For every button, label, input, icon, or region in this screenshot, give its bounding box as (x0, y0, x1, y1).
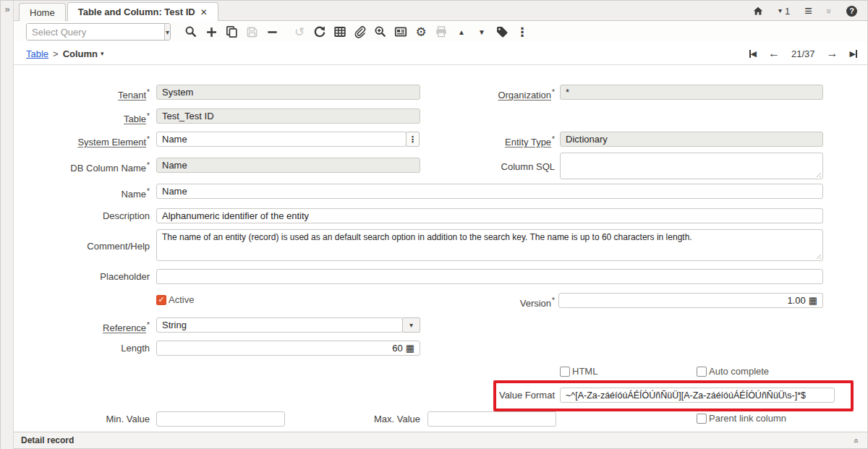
caret-down-icon: ▾ (409, 321, 413, 329)
html-checkbox[interactable]: ✓ HTML (560, 366, 597, 377)
breadcrumb-row: Table > Column ▾ ◀ ← 21/37 → ▶ (14, 43, 867, 65)
collapse-header-button[interactable]: » (827, 6, 832, 17)
max-value-field[interactable] (427, 411, 556, 427)
window-list-dropdown[interactable]: ▾ 1 (778, 6, 790, 17)
resize-handle-icon[interactable] (814, 252, 821, 259)
parent-record-button[interactable]: ▲ (451, 22, 472, 41)
name-field[interactable]: Name (156, 184, 823, 199)
column-sql-label: Column SQL (419, 161, 555, 173)
kebab-icon: ⋮ (516, 25, 529, 40)
organization-field[interactable]: * (560, 85, 823, 100)
breadcrumb-table-link[interactable]: Table (26, 48, 48, 59)
find-record-button[interactable] (181, 22, 201, 41)
attachment-button[interactable] (350, 22, 370, 41)
calculator-icon[interactable]: ▦ (406, 343, 414, 353)
expand-sidebar-icon[interactable]: » (2, 4, 12, 15)
html-checkbox-label: HTML (572, 366, 597, 377)
table-field[interactable]: Test_Test ID (156, 108, 420, 124)
arrow-right-icon: → (827, 47, 838, 60)
name-label: Name* (14, 186, 150, 200)
detail-record-bar[interactable]: Detail record » (14, 432, 867, 448)
help-button[interactable]: ? (846, 6, 857, 17)
length-field[interactable]: 60▦ (156, 341, 420, 356)
table-label: Table* (14, 111, 150, 125)
gear-icon: ⚙ (415, 25, 426, 40)
collapse-detail-button[interactable]: » (854, 434, 859, 447)
system-element-more-button[interactable]: ⋮ (406, 132, 420, 147)
previous-record-button[interactable]: ← (768, 47, 780, 60)
tab-home[interactable]: Home (19, 3, 66, 21)
parent-link-checkbox[interactable]: ✓ Parent link column (697, 413, 786, 424)
parent-link-checkbox-label: Parent link column (709, 413, 786, 424)
record-position: 21/37 (791, 48, 815, 59)
undo-icon: ↺ (294, 25, 305, 40)
new-record-button[interactable] (201, 22, 221, 41)
detail-record-label: Detail record (21, 435, 74, 445)
refresh-button[interactable] (310, 22, 330, 41)
column-sql-textarea[interactable] (560, 153, 823, 179)
calculator-icon[interactable]: ▦ (809, 296, 817, 305)
select-query-dropdown-button[interactable]: ▾ (164, 24, 170, 40)
comment-help-textarea[interactable]: The name of an entity (record) is used a… (156, 229, 823, 261)
placeholder-label: Placeholder (14, 271, 150, 283)
placeholder-field[interactable] (156, 269, 823, 284)
reference-dropdown-button[interactable]: ▾ (402, 317, 420, 333)
save-button (242, 22, 262, 41)
copy-icon (225, 25, 238, 38)
breadcrumb-caret-icon[interactable]: ▾ (101, 50, 104, 57)
next-record-button[interactable]: → (827, 47, 838, 60)
tab-table-and-column[interactable]: Table and Column: Test ID ✕ (67, 2, 218, 21)
plus-icon (205, 26, 218, 38)
length-label: Length (14, 343, 150, 354)
tab-close-icon[interactable]: ✕ (200, 8, 208, 17)
process-button[interactable]: ⚙ (411, 22, 431, 41)
organization-label: Organization* (419, 87, 555, 101)
description-field[interactable]: Alphanumeric identifier of the entity (156, 208, 823, 223)
refresh-icon (313, 25, 326, 38)
delete-record-button[interactable] (262, 22, 282, 41)
first-record-button[interactable]: ◀ (749, 49, 757, 59)
auto-complete-checkbox[interactable]: ✓ Auto complete (697, 366, 769, 377)
west-panel-strip: » (1, 1, 14, 449)
menu-button[interactable]: ≡ (804, 4, 812, 19)
db-column-name-field[interactable]: Name (156, 158, 420, 173)
caret-down-icon: ▾ (166, 28, 169, 36)
active-checkbox[interactable]: ✓ Active (156, 294, 194, 305)
minus-icon (266, 26, 278, 38)
grid-toggle-button[interactable] (330, 22, 350, 41)
caret-up-icon: ▲ (458, 28, 465, 36)
version-field[interactable]: 1.00▦ (558, 293, 823, 308)
detail-record-button[interactable]: ▼ (472, 22, 492, 41)
record-navigation: ◀ ← 21/37 → ▶ (749, 47, 857, 60)
label-button[interactable] (492, 22, 512, 41)
tenant-field[interactable]: System (156, 85, 420, 100)
min-value-field[interactable] (156, 411, 285, 427)
copy-record-button[interactable] (221, 22, 242, 41)
chevrons-up-icon: » (851, 439, 861, 444)
more-actions-button[interactable]: ⋮ (512, 22, 532, 41)
reference-field[interactable]: String (156, 317, 403, 333)
zoom-across-button[interactable] (370, 22, 391, 41)
home-button[interactable] (752, 6, 764, 17)
home-icon (752, 6, 764, 17)
form-panel: Tenant* System Organization* * Table* Te… (14, 65, 867, 432)
last-record-button[interactable]: ▶ (850, 49, 857, 59)
save-icon (246, 26, 258, 38)
breadcrumb-current[interactable]: Column (63, 48, 98, 59)
checkbox-icon: ✓ (560, 367, 570, 377)
report-button[interactable] (391, 22, 411, 41)
resize-handle-icon[interactable] (814, 171, 821, 177)
application-window: » Home Table and Column: Test ID ✕ ▾ 1 ≡ (0, 0, 868, 449)
print-button (431, 22, 451, 41)
value-format-field[interactable]: ~^[A-Za-záéíóúÁÉÍÓÚñÑüÜ][A-Za-záéíóúÁÉÍÓ… (560, 388, 835, 403)
help-icon: ? (846, 6, 857, 17)
tab-table-and-column-label: Table and Column: Test ID (78, 7, 195, 17)
search-icon (184, 25, 197, 38)
tab-bar: Home Table and Column: Test ID ✕ ▾ 1 ≡ » (14, 1, 867, 21)
select-query-input[interactable] (27, 24, 164, 40)
min-value-label: Min. Value (14, 414, 150, 425)
entity-type-field[interactable]: Dictionary (560, 132, 823, 147)
system-element-field[interactable]: Name (156, 132, 407, 147)
grid-icon (333, 25, 346, 38)
menu-icon: ≡ (804, 4, 812, 19)
